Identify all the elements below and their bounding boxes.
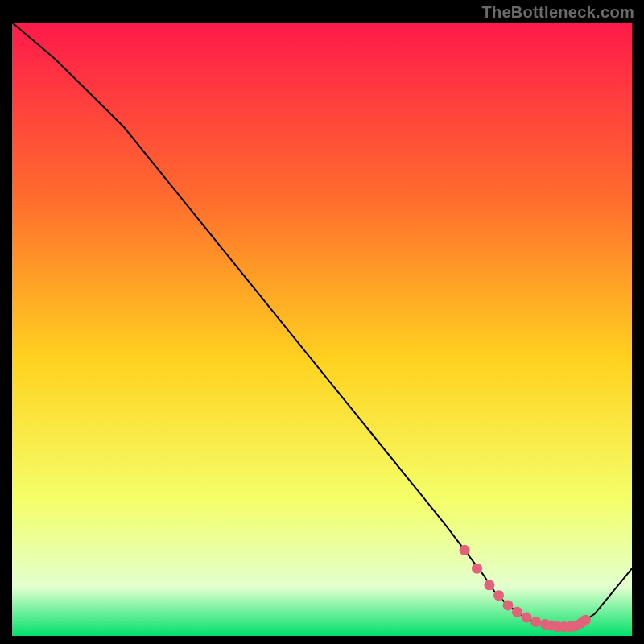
data-marker xyxy=(484,580,494,590)
plot-area xyxy=(12,23,632,636)
gradient-background xyxy=(12,23,632,636)
data-marker xyxy=(460,545,470,555)
data-marker xyxy=(503,600,514,610)
data-marker xyxy=(522,613,532,623)
data-marker xyxy=(530,617,541,627)
data-marker xyxy=(512,607,522,617)
watermark-text: TheBottleneck.com xyxy=(481,3,634,22)
chart-container: TheBottleneck.com xyxy=(0,0,644,644)
data-marker xyxy=(580,615,591,625)
data-marker xyxy=(472,564,482,574)
data-marker xyxy=(493,590,504,601)
chart-svg xyxy=(12,23,632,636)
